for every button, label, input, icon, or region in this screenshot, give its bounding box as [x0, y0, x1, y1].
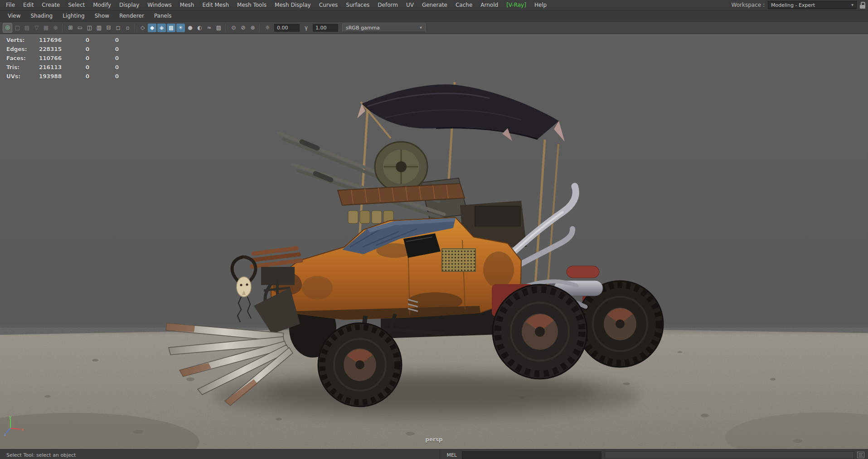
hud-component-count: 0 [89, 46, 119, 53]
menu-item[interactable]: Mesh [176, 2, 199, 8]
menu-item[interactable]: File [2, 2, 19, 8]
script-editor-icon[interactable] [857, 452, 864, 458]
resolution-gate-icon[interactable]: ◫ [85, 24, 94, 32]
hud-label: Tris: [6, 64, 35, 71]
separator [63, 24, 63, 32]
menu-item[interactable]: Arnold [476, 2, 502, 8]
menu-item[interactable]: Deform [373, 2, 402, 8]
hud-total-count: 110766 [35, 55, 62, 62]
camera-attributes-icon[interactable]: ▤ [23, 24, 31, 32]
ammo-drum [375, 142, 427, 192]
use-all-lights-icon[interactable]: ☀ [176, 24, 185, 32]
chevron-down-icon: ▾ [851, 3, 853, 7]
menu-item[interactable]: Surfaces [342, 2, 373, 8]
poly-count-hud: Verts: 117696 0 0 Edges: 228315 0 0 Face… [6, 36, 119, 81]
image-plane-icon[interactable]: ▦ [42, 24, 50, 32]
menu-item[interactable]: Curves [315, 2, 342, 8]
menu-item[interactable]: Modify [89, 2, 115, 8]
lock-camera-icon[interactable]: □ [13, 24, 22, 32]
ambient-occlusion-icon[interactable]: ◐ [195, 24, 204, 32]
hud-row: Edges: 228315 0 0 [6, 45, 119, 54]
panel-menu-item[interactable]: Lighting [58, 13, 90, 19]
camera-based-selection-icon[interactable]: ⊛ [248, 24, 257, 32]
shadows-icon[interactable]: ● [186, 24, 194, 32]
hud-selected-count: 0 [62, 64, 89, 71]
bookmarks-icon[interactable]: ▽ [32, 24, 41, 32]
status-bar: Select Tool: select an object MEL [0, 449, 868, 459]
color-management-select[interactable]: sRGB gamma ▾ [342, 24, 426, 32]
grid-icon[interactable]: ⊞ [66, 24, 75, 32]
panel-menu-item[interactable]: Shading [25, 13, 58, 19]
workspace-label: Workspace : [732, 2, 765, 8]
chevron-down-icon: ▾ [420, 25, 422, 30]
film-gate-icon[interactable]: ▭ [76, 24, 84, 32]
exposure-icon[interactable]: ☼ [263, 24, 272, 32]
camera-name-label: persp [425, 436, 442, 443]
hud-label: Edges: [6, 46, 35, 53]
menu-item[interactable]: [V-Ray] [502, 2, 530, 8]
mel-toggle-button[interactable]: MEL [445, 452, 459, 458]
panel-toolbar-icons: ◎ □ ▤ ▽ ▦ ⊕ ⊞ ▭ ◫ ▥ ⊟ ◻ ▫ ◇ [3, 23, 262, 33]
menu-item[interactable]: Mesh Display [271, 2, 315, 8]
hud-total-count: 216113 [35, 64, 62, 71]
crate [475, 206, 520, 226]
hud-row: Faces: 110766 0 0 [6, 54, 119, 63]
panel-menu-item[interactable]: Panels [149, 13, 177, 19]
lock-workspace-icon[interactable] [860, 2, 865, 9]
menu-item[interactable]: Generate [418, 2, 451, 8]
menu-item[interactable]: Cache [451, 2, 476, 8]
safe-title-icon[interactable]: ▫ [123, 24, 132, 32]
safe-action-icon[interactable]: ◻ [114, 24, 122, 32]
smooth-shade-icon[interactable]: ◆ [148, 24, 156, 32]
camera-select-icon[interactable]: ◎ [3, 23, 12, 33]
exposure-field[interactable]: 0.00 [274, 24, 300, 32]
menu-item[interactable]: Edit [19, 2, 38, 8]
motion-blur-icon[interactable]: ≈ [205, 24, 213, 32]
hud-total-count: 193988 [35, 73, 62, 80]
main-menu-bar: File Edit Create Select Modify Display W… [0, 0, 868, 10]
command-result-field[interactable] [605, 451, 854, 459]
separator [135, 24, 136, 32]
workspace-value: Modeling - Expert [771, 2, 815, 8]
panel-menu-item[interactable]: Show [90, 13, 114, 19]
textured-icon[interactable]: ▩ [167, 24, 175, 32]
separator [226, 24, 227, 32]
hud-component-count: 0 [89, 55, 119, 62]
menu-item[interactable]: Mesh Tools [233, 2, 271, 8]
panel-menu-bar: View Shading Lighting Show Renderer Pane… [0, 10, 868, 22]
hud-selected-count: 0 [62, 37, 89, 43]
isolate-select-icon[interactable]: ⊙ [229, 24, 238, 32]
xray-icon[interactable]: ⊘ [239, 24, 247, 32]
mel-command-input[interactable] [462, 451, 601, 459]
workspace-group: Workspace : Modeling - Expert ▾ [732, 1, 868, 9]
menu-items: File Edit Create Select Modify Display W… [2, 2, 551, 8]
mesh-panel [442, 249, 475, 271]
menu-item[interactable]: Help [530, 2, 551, 8]
gamma-field[interactable]: 1.00 [313, 24, 338, 32]
viewport[interactable]: Verts: 117696 0 0 Edges: 228315 0 0 Face… [0, 34, 868, 449]
workspace-selector[interactable]: Modeling - Expert ▾ [768, 1, 857, 9]
hud-component-count: 0 [89, 37, 119, 43]
axis-gizmo: y x z [4, 415, 25, 436]
field-chart-icon[interactable]: ⊟ [104, 24, 113, 32]
hud-total-count: 228315 [35, 46, 62, 53]
wireframe-on-shaded-icon[interactable]: ◈ [157, 24, 166, 32]
menu-item[interactable]: Select [64, 2, 89, 8]
menu-item[interactable]: Edit Mesh [198, 2, 233, 8]
hud-row: Verts: 117696 0 0 [6, 36, 119, 45]
menu-item[interactable]: Windows [143, 2, 176, 8]
hud-selected-count: 0 [62, 55, 89, 62]
hud-selected-count: 0 [62, 46, 89, 53]
panel-menu-item[interactable]: View [3, 13, 25, 19]
multisample-icon[interactable]: ▨ [214, 24, 223, 32]
menu-item[interactable]: Create [38, 2, 64, 8]
gate-mask-icon[interactable]: ▥ [95, 24, 103, 32]
panel-menu-item[interactable]: Renderer [114, 13, 149, 19]
front-wheel [318, 323, 402, 406]
menu-item[interactable]: UV [402, 2, 418, 8]
menu-item[interactable]: Display [115, 2, 143, 8]
gamma-icon[interactable]: γ [302, 24, 310, 32]
color-management-value: sRGB gamma [346, 25, 380, 31]
wireframe-icon[interactable]: ◇ [138, 24, 147, 32]
pan-zoom-icon[interactable]: ⊕ [51, 24, 60, 32]
